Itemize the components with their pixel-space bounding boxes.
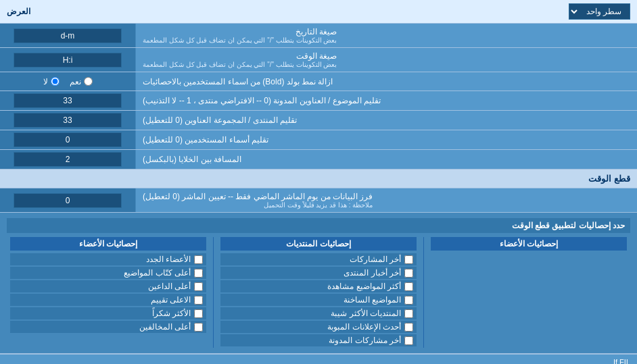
forum-order-label: تقليم المنتدى / المجموعة العناوين (0 للت… [135, 111, 637, 130]
radio-yes[interactable] [84, 77, 93, 86]
bold-radio-group: نعم لا [43, 77, 93, 86]
checkbox-mid-0[interactable] [404, 255, 413, 264]
time-format-input-container [0, 48, 135, 72]
radio-no-label[interactable]: لا [43, 77, 60, 86]
usernames-trim-input-container [0, 130, 135, 149]
list-item: المواضيع الساخنة [220, 294, 417, 306]
list-item: الأعضاء الجدد [10, 253, 206, 265]
date-format-input[interactable] [14, 28, 122, 43]
list-item: الاعلى تقييم [10, 294, 206, 306]
checkbox-mid-2[interactable] [404, 282, 413, 291]
col-left-header: إحصائيات الأعضاء [10, 237, 206, 251]
checkbox-section: حدد إحصاليات لتطبيق قطع الوقت إحصائيات ا… [0, 213, 637, 354]
cell-spacing-label: المسافة بين الخلايا (بالبكسل) [135, 150, 637, 169]
checkbox-col-right: إحصائيات الأعضاء [427, 237, 630, 348]
usernames-trim-row: تقليم أسماء المستخدمين (0 للتعطيل) [0, 130, 637, 150]
list-item: أعلى الداعين [10, 280, 206, 292]
list-item: المنتديات الأكثر شيبة [220, 307, 417, 319]
realtime-row: فرز البيانات من يوم الماشر الماضي فقط --… [0, 188, 637, 213]
col-divider-1 [423, 237, 424, 348]
col-divider-2 [213, 237, 214, 348]
realtime-input-container [0, 188, 135, 212]
radio-yes-label[interactable]: نعم [70, 77, 93, 86]
forum-order-input[interactable] [14, 113, 122, 128]
list-item: أحدث الإعلانات المبوبة [220, 321, 417, 333]
first-row-label: العرض [7, 7, 30, 16]
checkbox-mid-6[interactable] [404, 336, 413, 345]
subject-order-label: تقليم الموضوع / العناوين المدونة (0 -- ا… [135, 91, 637, 110]
checkbox-left-5[interactable] [194, 323, 203, 332]
list-item: أخر أخبار المنتدى [220, 267, 417, 279]
list-item: أعلى المخالفين [10, 321, 206, 333]
realtime-label: فرز البيانات من يوم الماشر الماضي فقط --… [135, 188, 637, 212]
checkbox-left-4[interactable] [194, 309, 203, 318]
checkbox-mid-1[interactable] [404, 269, 413, 278]
checkbox-columns: إحصائيات الأعضاء إحصائيات المنتديات أخر … [7, 237, 630, 348]
date-format-label: صيغة التاريخ بعض التكوينات يتطلب "/" الت… [135, 24, 637, 47]
time-format-label: صيغة الوقت بعض التكوينات يتطلب "/" التي … [135, 48, 637, 72]
checkbox-section-title: حدد إحصاليات لتطبيق قطع الوقت [7, 218, 630, 233]
usernames-trim-input[interactable] [14, 132, 122, 147]
radio-no[interactable] [51, 77, 60, 86]
checkbox-mid-3[interactable] [404, 296, 413, 305]
forum-order-input-container [0, 111, 135, 130]
realtime-section-header: قطع الوقت [0, 170, 637, 188]
checkbox-left-0[interactable] [194, 255, 203, 264]
bold-remove-row: ازالة نمط بولد (Bold) من اسماء المستخدمي… [0, 72, 637, 91]
checkbox-left-2[interactable] [194, 282, 203, 291]
subject-order-row: تقليم الموضوع / العناوين المدونة (0 -- ا… [0, 91, 637, 111]
time-format-row: صيغة الوقت بعض التكوينات يتطلب "/" التي … [0, 48, 637, 72]
cell-spacing-row: المسافة بين الخلايا (بالبكسل) [0, 150, 637, 170]
checkbox-col-left: إحصائيات الأعضاء الأعضاء الجدد أعلى كتّا… [7, 237, 210, 348]
checkbox-col-mid: إحصائيات المنتديات أخر المشاركات أخر أخب… [217, 237, 420, 348]
cell-spacing-input-container [0, 150, 135, 169]
date-format-input-container [0, 24, 135, 47]
subject-order-input[interactable] [14, 93, 122, 108]
date-format-row: صيغة التاريخ بعض التكوينات يتطلب "/" الت… [0, 24, 637, 48]
bold-remove-label: ازالة نمط بولد (Bold) من اسماء المستخدمي… [135, 72, 637, 90]
list-item: أخر المشاركات [220, 253, 417, 265]
checkbox-left-1[interactable] [194, 269, 203, 278]
list-item: أكثر المواضيع مشاهدة [220, 280, 417, 292]
footer: If FIL [0, 354, 637, 364]
checkbox-left-3[interactable] [194, 296, 203, 305]
usernames-trim-label: تقليم أسماء المستخدمين (0 للتعطيل) [135, 130, 637, 149]
list-item: أخر مشاركات المدونة [220, 334, 417, 346]
col-mid-header: إحصائيات المنتديات [220, 237, 417, 251]
time-format-input[interactable] [14, 53, 122, 68]
bold-remove-input-container: نعم لا [0, 72, 135, 90]
cell-spacing-input[interactable] [14, 152, 122, 167]
forum-order-row: تقليم المنتدى / المجموعة العناوين (0 للت… [0, 111, 637, 130]
first-row: سطر واحدسطرانثلاثة أسطر العرض [0, 0, 637, 24]
footer-text: If FIL [613, 358, 630, 364]
checkbox-mid-5[interactable] [404, 323, 413, 332]
col-right-header: إحصائيات الأعضاء [431, 237, 627, 251]
realtime-input[interactable] [14, 193, 122, 208]
list-item: الأكثر شكراً [10, 307, 206, 319]
checkbox-mid-4[interactable] [404, 309, 413, 318]
view-select[interactable]: سطر واحدسطرانثلاثة أسطر [569, 3, 630, 20]
list-item: أعلى كتّاب المواضيع [10, 267, 206, 279]
subject-order-input-container [0, 91, 135, 110]
